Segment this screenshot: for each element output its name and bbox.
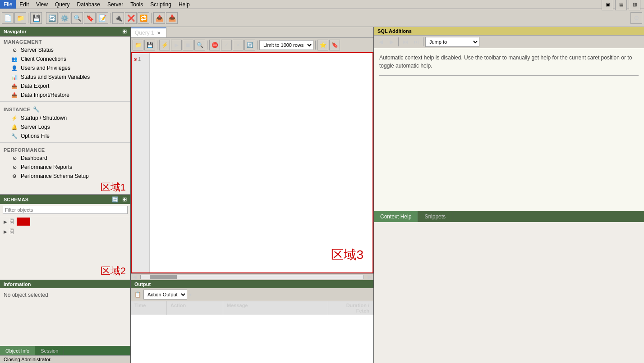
action-output-select[interactable]: Action Output Text Output — [143, 290, 187, 299]
qtb-cancel[interactable]: ✕ — [233, 40, 244, 50]
qtb-execute[interactable]: ⚡ — [159, 40, 170, 50]
layout-btn-2[interactable]: ▤ — [615, 0, 627, 10]
menu-query[interactable]: Query — [51, 0, 74, 9]
nav-data-import-label: Data Import/Restore — [21, 92, 69, 98]
tb-reconnect[interactable]: 🔁 — [138, 12, 149, 24]
schema-row-2[interactable]: ▶ 🗄 — [0, 227, 130, 236]
scroll-left-arrow[interactable]: ◀ — [131, 274, 138, 280]
tb-gear[interactable]: ⚙ — [630, 12, 642, 24]
qtb-sep-1 — [157, 41, 157, 50]
tb-open[interactable]: 📁 — [14, 12, 26, 24]
nav-performance-reports[interactable]: ⊙ Performance Reports — [0, 163, 130, 172]
toolbar-sep-4 — [151, 13, 152, 23]
filter-objects-input[interactable] — [3, 206, 128, 214]
menu-database[interactable]: Database — [74, 0, 104, 9]
sql-additions-toolbar: ◀ ▶ ⏮ ⏭ Jump to — [374, 36, 644, 48]
nav-server-status-label: Server Status — [21, 47, 54, 53]
layout-btn-3[interactable]: ▥ — [629, 0, 640, 10]
sql-tab-context-help[interactable]: Context Help — [374, 211, 418, 222]
toolbar-sep-3 — [110, 13, 110, 23]
output-copy-icon[interactable]: 📋 — [133, 290, 142, 299]
qtb-error[interactable]: ⛔ — [209, 40, 220, 50]
navigator-expand-icon[interactable]: ⊞ — [122, 28, 127, 35]
status-variables-icon: 📊 — [11, 73, 18, 81]
tab-object-info[interactable]: Object Info — [0, 346, 35, 355]
jump-to-select[interactable]: Jump to — [425, 37, 479, 47]
nav-dashboard[interactable]: ⊙ Dashboard — [0, 154, 130, 163]
action-dropdown-arrow[interactable]: ▼ — [188, 292, 193, 297]
scroll-thumb[interactable] — [150, 275, 177, 279]
area1-label: 区域1 — [101, 181, 126, 194]
menu-server[interactable]: Server — [104, 0, 127, 9]
info-title: Information — [4, 281, 31, 287]
sql-next-btn[interactable]: ⏭ — [411, 37, 421, 47]
menu-tools[interactable]: Tools — [127, 0, 147, 9]
sql-back-btn[interactable]: ◀ — [376, 37, 386, 47]
layout-btn-1[interactable]: ▣ — [602, 0, 613, 10]
query-textarea[interactable] — [150, 53, 373, 272]
nav-data-import[interactable]: 📥 Data Import/Restore — [0, 91, 130, 100]
tb-export[interactable]: 📤 — [153, 12, 165, 24]
qtb-open-file[interactable]: 📁 — [133, 40, 143, 50]
query-tab-close[interactable]: ✕ — [157, 31, 161, 36]
nav-status-variables[interactable]: 📊 Status and System Variables — [0, 73, 130, 82]
sql-prev-btn[interactable]: ⏮ — [400, 37, 410, 47]
qtb-star[interactable]: ⭐ — [317, 40, 328, 50]
limit-rows-select[interactable]: Limit to 1000 rows Don't Limit Limit to … — [259, 40, 313, 50]
nav-status-variables-label: Status and System Variables — [21, 74, 90, 80]
schemas-refresh-icon[interactable]: 🔄 — [112, 196, 119, 203]
qtb-bookmark[interactable]: 🔖 — [329, 40, 340, 50]
col-message: Message — [223, 301, 328, 315]
nav-client-connections[interactable]: 👥 Client Connections — [0, 54, 130, 64]
qtb-save[interactable]: 💾 — [144, 40, 155, 50]
nav-performance-schema[interactable]: ⚙ Performance Schema Setup — [0, 172, 130, 181]
scroll-track[interactable] — [140, 275, 364, 279]
line-number-1: 1 — [138, 56, 141, 62]
info-tabs: Object Info Session — [0, 346, 130, 355]
query-scrollbar[interactable]: ◀ ▶ — [131, 273, 373, 280]
client-connections-icon: 👥 — [11, 55, 18, 63]
tb-connect[interactable]: 🔌 — [112, 12, 124, 24]
qtb-sep-3 — [257, 41, 258, 50]
qtb-refresh[interactable]: 🔄 — [244, 40, 255, 50]
nav-users-privileges[interactable]: 👤 Users and Privileges — [0, 64, 130, 73]
menu-edit[interactable]: Edit — [16, 0, 32, 9]
qtb-check[interactable]: ✓ — [221, 40, 232, 50]
nav-startup-shutdown[interactable]: ⚡ Startup / Shutdown — [0, 113, 130, 123]
tab-session[interactable]: Session — [35, 346, 64, 355]
nav-server-status[interactable]: ⊙ Server Status — [0, 45, 130, 54]
sql-forward-btn[interactable]: ▶ — [386, 37, 396, 47]
navigator-title: Navigator — [4, 29, 27, 34]
tb-query-new[interactable]: 📝 — [97, 12, 108, 24]
instance-title: INSTANCE 🔧 — [0, 104, 130, 113]
query-tab-1[interactable]: Query 1 ✕ — [131, 27, 166, 37]
tb-search[interactable]: 🔍 — [71, 12, 83, 24]
qtb-stop[interactable]: ⏹ — [183, 40, 193, 50]
qtb-execute-current[interactable]: ▶ — [171, 40, 182, 50]
scroll-right-arrow[interactable]: ▶ — [366, 274, 373, 280]
menu-view[interactable]: View — [32, 0, 51, 9]
sql-tab-snippets[interactable]: Snippets — [418, 211, 452, 222]
qtb-explain[interactable]: 🔍 — [194, 40, 205, 50]
tb-disconnect[interactable]: ❌ — [125, 12, 137, 24]
tb-save[interactable]: 💾 — [30, 12, 42, 24]
tb-import[interactable]: 📥 — [166, 12, 178, 24]
menu-scripting[interactable]: Scripting — [147, 0, 175, 9]
schema-row-1[interactable]: ▶ 🗄 — [0, 216, 130, 227]
schemas-config-icon[interactable]: ⊞ — [122, 196, 127, 203]
nav-data-export[interactable]: 📤 Data Export — [0, 82, 130, 91]
navigator-header: Navigator ⊞ — [0, 27, 130, 36]
no-object-selected-text: No object selected — [4, 292, 48, 298]
query-editor: ⊗ 1 区域3 — [131, 52, 373, 273]
nav-server-logs[interactable]: 🔔 Server Logs — [0, 123, 130, 132]
tb-bookmark[interactable]: 🔖 — [84, 12, 96, 24]
tb-settings[interactable]: ⚙️ — [59, 12, 70, 24]
tb-refresh[interactable]: 🔄 — [46, 12, 58, 24]
nav-options-file[interactable]: 🔧 Options File — [0, 132, 130, 141]
tb-new-file[interactable]: 📄 — [2, 12, 14, 24]
menu-file[interactable]: File — [0, 0, 16, 9]
menu-help[interactable]: Help — [175, 0, 193, 9]
info-header: Information — [0, 280, 130, 288]
output-toolbar: 📋 Action Output Text Output ▼ — [131, 288, 373, 301]
main-content: Navigator ⊞ MANAGEMENT ⊙ Server Status 👥… — [0, 27, 644, 363]
